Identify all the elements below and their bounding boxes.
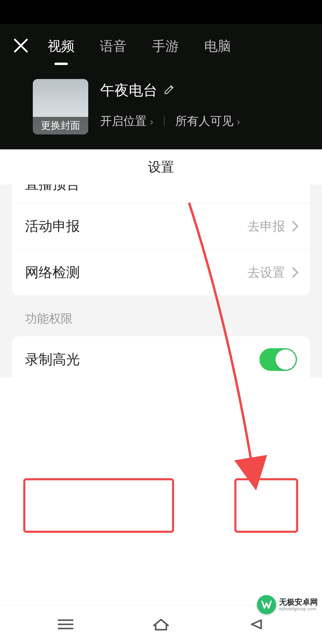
cover-thumbnail[interactable]: 更换封面 [33,79,88,134]
broadcast-type-tabs: 视频 语音 手游 电脑 [48,35,231,58]
nav-home-icon[interactable] [151,617,171,633]
change-cover-label: 更换封面 [33,117,88,134]
watermark-logo-icon [257,595,276,614]
chevron-right-icon [288,267,299,278]
panel-title: 设置 [0,149,322,185]
visibility-toggle[interactable]: 所有人可见 › [175,113,240,129]
tab-video[interactable]: 视频 [48,35,75,58]
watermark: 无极安卓网wjhotelgroup.com [257,595,318,614]
row-record-highlight: 录制高光 [12,336,310,377]
divider [164,116,165,126]
chevron-right-icon [288,221,299,232]
section-title-permissions: 功能权限 [0,295,322,336]
settings-group-permissions: 录制高光 直播付费功能 已全部开启 允许观众查看他人资料 关闭后，主播和管理员仍… [12,336,310,377]
broadcast-setup-header: 视频 语音 手游 电脑 更换封面 午夜电台 开启位置 › [0,24,322,149]
nav-recents-icon[interactable] [55,617,76,633]
close-icon[interactable] [13,38,28,54]
row-broadcast-preview[interactable]: 直播预告 [12,185,310,203]
row-network-check[interactable]: 网络检测 去设置 [12,249,310,295]
room-title: 午夜电台 [100,81,157,100]
edit-icon[interactable] [163,82,175,99]
toggle-record-highlight[interactable] [259,348,297,371]
settings-group-general: 直播预告 活动申报 去申报 网络检测 去设置 [12,185,310,295]
location-toggle[interactable]: 开启位置 › [100,113,153,129]
tab-pc[interactable]: 电脑 [204,35,231,58]
settings-panel: 设置 直播预告 活动申报 去申报 网络检测 去设置 功能权限 录 [0,149,322,377]
tab-mobile-game[interactable]: 手游 [152,35,179,58]
status-bar [0,0,322,24]
nav-back-icon[interactable] [246,617,267,633]
row-activity-report[interactable]: 活动申报 去申报 [12,203,310,249]
tab-audio[interactable]: 语音 [100,35,127,58]
